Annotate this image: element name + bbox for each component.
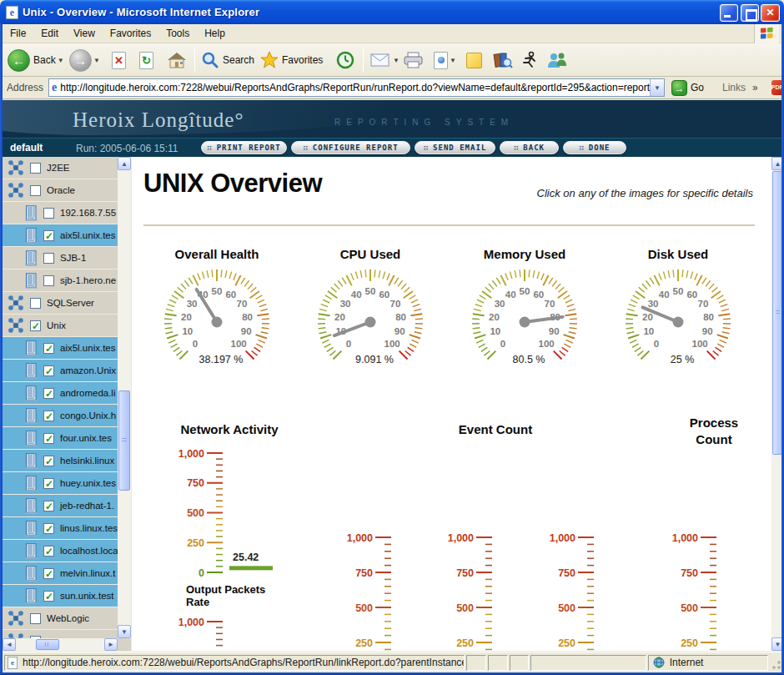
tree-item[interactable]: andromeda.li bbox=[3, 382, 118, 405]
tree-checkbox[interactable] bbox=[43, 343, 54, 354]
memory-used-gauge[interactable]: 010203040506070809010080.5 % bbox=[454, 269, 596, 379]
event-count-thermometer-2[interactable]: 1,000750500250 bbox=[440, 529, 549, 651]
tree-checkbox[interactable] bbox=[30, 163, 41, 174]
tree-item[interactable] bbox=[3, 630, 118, 638]
tree-checkbox[interactable] bbox=[43, 523, 54, 534]
process-count-thermometer[interactable]: 1,000750500250 bbox=[665, 529, 771, 651]
links-label[interactable]: Links bbox=[722, 82, 746, 93]
tree-checkbox[interactable] bbox=[43, 275, 54, 286]
sidebar-vertical-scrollbar[interactable]: ▲ ▼ bbox=[118, 157, 131, 638]
tree-checkbox[interactable] bbox=[43, 478, 54, 489]
tree-item[interactable]: sun.unix.test bbox=[3, 585, 118, 607]
tree-item[interactable]: aix5l.unix.tes bbox=[3, 224, 118, 247]
tree-checkbox[interactable] bbox=[43, 230, 54, 241]
sidebar-horizontal-scrollbar[interactable]: ◄ ► bbox=[3, 638, 118, 651]
scroll-thumb[interactable] bbox=[118, 390, 130, 491]
history-button[interactable] bbox=[335, 48, 355, 73]
tree-item[interactable]: Unix bbox=[3, 315, 118, 337]
output-packets-rate-thermometer[interactable]: 1,000 bbox=[171, 613, 279, 651]
edit-dropdown-icon[interactable]: ▼ bbox=[450, 57, 456, 64]
tree-item[interactable]: SJB-1 bbox=[3, 247, 118, 269]
menu-tools[interactable]: Tools bbox=[158, 25, 197, 42]
tree-item[interactable]: localhost.loca bbox=[3, 540, 118, 562]
tree-item[interactable]: four.unix.tes bbox=[3, 427, 118, 450]
tree-checkbox[interactable] bbox=[43, 388, 54, 399]
scroll-thumb[interactable] bbox=[36, 639, 59, 650]
mail-dropdown-icon[interactable]: ▼ bbox=[393, 57, 400, 64]
network-activity-thermometer[interactable]: 1,000750500250025.42 bbox=[171, 445, 279, 591]
tree-checkbox[interactable] bbox=[43, 568, 54, 579]
maximize-button[interactable] bbox=[741, 4, 759, 22]
tree-item[interactable]: WebLogic bbox=[3, 607, 118, 630]
stop-button[interactable]: ✕ bbox=[112, 48, 126, 73]
send-email-button[interactable]: ∷ SEND EMAIL bbox=[415, 141, 495, 154]
tree-item[interactable]: 192.168.7.55 bbox=[3, 202, 118, 224]
discuss-button[interactable] bbox=[466, 48, 482, 73]
print-report-button[interactable]: ∷ PRINT REPORT bbox=[201, 141, 287, 154]
tree-checkbox[interactable] bbox=[43, 433, 54, 444]
links-chevron-icon[interactable]: » bbox=[752, 82, 758, 93]
tree-checkbox[interactable] bbox=[30, 298, 41, 309]
resize-grip[interactable] bbox=[770, 655, 781, 671]
scroll-right-button[interactable]: ► bbox=[104, 638, 118, 651]
tree-item[interactable]: J2EE bbox=[3, 157, 118, 179]
tree-checkbox[interactable] bbox=[30, 320, 41, 331]
tree-checkbox[interactable] bbox=[30, 613, 41, 624]
scroll-down-button[interactable]: ▼ bbox=[118, 625, 131, 638]
cpu-used-gauge[interactable]: 01020304050607080901009.091 % bbox=[299, 269, 441, 379]
tree-checkbox[interactable] bbox=[43, 253, 54, 264]
tree-checkbox[interactable] bbox=[30, 185, 41, 196]
report-back-button[interactable]: ∷ BACK bbox=[500, 141, 559, 154]
tree-item[interactable]: helsinki.linux bbox=[3, 450, 118, 472]
tree-item[interactable]: melvin.linux.t bbox=[3, 562, 118, 585]
edit-button[interactable]: ▼ bbox=[434, 48, 456, 73]
menu-favorites[interactable]: Favorites bbox=[103, 25, 158, 42]
go-button[interactable]: → Go bbox=[671, 80, 704, 96]
event-count-thermometer-3[interactable]: 1,000750500250 bbox=[542, 529, 651, 651]
tree-item[interactable]: aix5l.unix.tes bbox=[3, 337, 118, 360]
messenger-button[interactable] bbox=[546, 48, 568, 73]
forward-dropdown-icon[interactable]: ▼ bbox=[93, 57, 100, 64]
address-dropdown-button[interactable]: ▼ bbox=[650, 79, 664, 96]
event-count-thermometer-1[interactable]: 1,000750500250 bbox=[339, 529, 448, 651]
menu-file[interactable]: File bbox=[3, 25, 33, 42]
minimize-button[interactable] bbox=[720, 4, 738, 22]
favorites-button[interactable]: Favorites bbox=[260, 48, 323, 73]
back-button[interactable]: ← Back▼ bbox=[8, 48, 64, 73]
menu-view[interactable]: View bbox=[66, 25, 103, 42]
tree-item[interactable]: amazon.Unix bbox=[3, 360, 118, 382]
scroll-left-button[interactable]: ◄ bbox=[3, 638, 16, 651]
tree-checkbox[interactable] bbox=[43, 546, 54, 557]
print-button[interactable] bbox=[403, 48, 425, 73]
disk-used-gauge[interactable]: 010203040506070809010025 % bbox=[607, 269, 749, 379]
research-button[interactable] bbox=[493, 48, 513, 73]
tree-item[interactable]: linus.linux.tes bbox=[3, 517, 118, 540]
tree-checkbox[interactable] bbox=[43, 365, 54, 376]
tree-item[interactable]: huey.unix.tes bbox=[3, 472, 118, 495]
forward-button[interactable]: →▼ bbox=[69, 48, 100, 73]
close-button[interactable] bbox=[761, 4, 780, 22]
scroll-up-button[interactable]: ▲ bbox=[118, 157, 131, 170]
tree-checkbox[interactable] bbox=[43, 456, 54, 466]
tree-checkbox[interactable] bbox=[43, 501, 54, 511]
tree-checkbox[interactable] bbox=[43, 591, 54, 602]
tree-item[interactable]: SQLServer bbox=[3, 292, 118, 315]
mail-button[interactable]: ▼ bbox=[369, 48, 400, 73]
address-input[interactable]: e http://longitude.heroix.com:7228/webui… bbox=[48, 78, 665, 97]
overall-health-gauge[interactable]: 010203040506070809010038.197 % bbox=[146, 269, 288, 379]
done-button[interactable]: ∷ DONE bbox=[563, 141, 626, 154]
tree-item[interactable]: jeb-redhat-1. bbox=[3, 495, 118, 517]
configure-report-button[interactable]: ∷ CONFIGURE REPORT bbox=[291, 141, 410, 154]
tree-checkbox[interactable] bbox=[43, 411, 54, 421]
tree-item[interactable]: congo.Unix.h bbox=[3, 405, 118, 427]
menu-edit[interactable]: Edit bbox=[33, 25, 66, 42]
search-button[interactable]: Search bbox=[201, 48, 254, 73]
menu-help[interactable]: Help bbox=[197, 25, 233, 42]
tree-item[interactable]: Oracle bbox=[3, 179, 118, 202]
back-dropdown-icon[interactable]: ▼ bbox=[58, 57, 64, 64]
home-button[interactable] bbox=[167, 48, 187, 73]
refresh-button[interactable]: ↻ bbox=[139, 48, 153, 73]
aim-button[interactable] bbox=[520, 48, 539, 73]
tree-item[interactable]: sjb-1.hero.ne bbox=[3, 269, 118, 292]
tree-checkbox[interactable] bbox=[43, 208, 54, 219]
